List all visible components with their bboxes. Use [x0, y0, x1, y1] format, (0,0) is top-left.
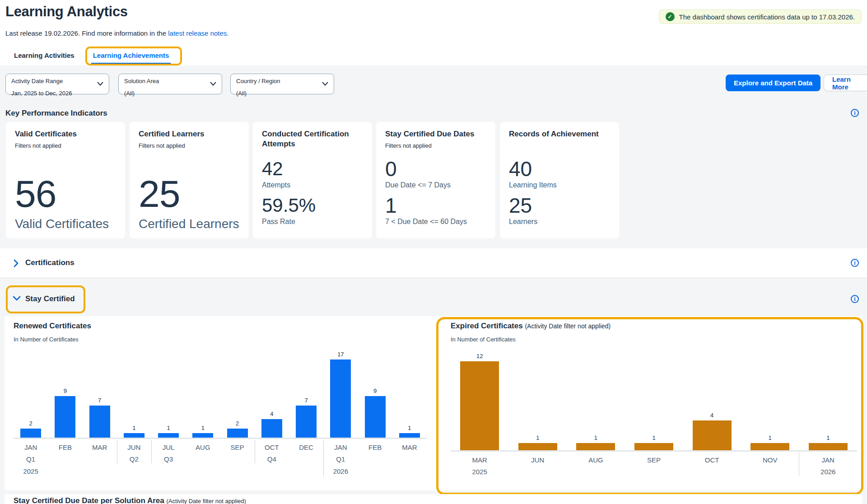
kpi-value: 56 — [15, 174, 120, 213]
axis-year-label — [48, 467, 82, 476]
bar[interactable] — [296, 406, 317, 438]
release-note-text: Last release 19.02.2026. Find more infor… — [5, 29, 168, 37]
bar-value-label: 2 — [236, 420, 239, 427]
axis-quarter-label — [358, 455, 392, 463]
kpi-card-stay-certified-due-dates: Stay Certified Due Dates Filters not app… — [376, 122, 495, 238]
learn-more-button[interactable]: Learn More — [824, 75, 867, 91]
axis-quarter-label: Q2 — [117, 455, 151, 463]
kpi-value-label: Attempts — [262, 181, 367, 189]
kpi-card-title: Records of Achievement — [509, 129, 610, 139]
bar[interactable] — [55, 396, 75, 438]
section-stay-certified-toggle[interactable]: Stay Certified i — [0, 291, 867, 308]
axis-year-label — [289, 467, 323, 476]
bar-slot: 1 — [186, 425, 220, 438]
bar[interactable] — [750, 443, 789, 450]
bar[interactable] — [192, 433, 213, 438]
axis-year-label — [741, 468, 799, 476]
bar-slot: 1 — [625, 434, 683, 450]
axis-label-slot: MAR — [83, 439, 117, 476]
filter-label: Activity Date Range — [11, 78, 95, 84]
bar[interactable] — [227, 429, 248, 438]
chevron-down-icon — [97, 82, 103, 86]
axis-month-label: JUL — [151, 443, 186, 451]
explore-and-export-button[interactable]: Explore and Export Data — [726, 75, 820, 91]
bar[interactable] — [365, 396, 386, 438]
kpi-value: 40 — [509, 158, 614, 180]
bar[interactable] — [634, 443, 673, 450]
bar[interactable] — [809, 443, 848, 450]
bar[interactable] — [518, 443, 557, 450]
axis-label-slot: JUN — [509, 452, 567, 476]
section-label: Certifications — [25, 258, 75, 267]
kpi-card-metrics: 40 Learning Items 25 Learners — [509, 158, 614, 231]
page-title: Learning Analytics — [5, 4, 128, 20]
bar[interactable] — [20, 429, 41, 438]
bar-slot: 4 — [683, 412, 741, 450]
chevron-down-icon — [13, 296, 21, 301]
tab-strip: Learning Activities Learning Achievement… — [12, 51, 171, 64]
bar[interactable] — [576, 443, 615, 450]
axis-month-label: DEC — [289, 443, 323, 451]
chevron-right-icon — [14, 259, 19, 267]
axis-month-label: SEP — [220, 443, 255, 451]
axis-label-slot: JAN2026 — [799, 452, 857, 476]
axis-quarter-label: Q1 — [323, 455, 358, 463]
bar[interactable] — [693, 420, 732, 450]
bar[interactable] — [124, 433, 144, 438]
filter-label: Solution Area — [124, 78, 208, 84]
axis-year-label — [509, 468, 567, 476]
axis-month-label: JAN — [323, 443, 358, 451]
bar-slot: 2 — [14, 420, 48, 438]
solution-area-dropdown[interactable]: Solution Area (All) — [118, 74, 222, 94]
bar-value-label: 1 — [167, 425, 170, 431]
bar-value-label: 9 — [64, 387, 67, 394]
bar[interactable] — [330, 359, 351, 438]
tab-learning-achievements[interactable]: Learning Achievements — [91, 51, 171, 64]
bar-value-label: 1 — [536, 434, 539, 441]
axis-label-slot: MAR — [392, 439, 427, 476]
axis-year-label — [567, 468, 625, 476]
release-notes-link[interactable]: latest release notes. — [168, 29, 228, 37]
axis-year-label — [683, 468, 741, 476]
bar[interactable] — [460, 361, 499, 450]
kpi-card-certified-learners: Certified Learners Filters not applied 2… — [130, 122, 249, 238]
axis-label-slot: JULQ3 — [151, 439, 186, 476]
chart-unit-label: In Number of Certificates — [14, 336, 79, 343]
bar-value-label: 1 — [594, 434, 597, 441]
stay-certified-info-icon[interactable]: i — [851, 295, 859, 303]
axis-quarter-label: Q1 — [14, 455, 48, 463]
bar-slot: 1 — [799, 434, 857, 450]
certifications-info-icon[interactable]: i — [851, 259, 859, 267]
panel-title-note: (Activity Date filter not applied) — [167, 498, 246, 504]
axis-label-slot: NOV — [741, 452, 799, 476]
axis-year-label — [83, 467, 117, 476]
kpi-card-title: Valid Certificates — [15, 129, 116, 139]
axis-month-label: FEB — [358, 443, 392, 451]
axis-month-label: OCT — [683, 456, 741, 464]
kpi-info-icon[interactable]: i — [851, 109, 859, 117]
filter-value: (All) — [236, 90, 320, 97]
bar[interactable] — [89, 406, 110, 438]
bar-value-label: 1 — [408, 425, 411, 431]
country-region-dropdown[interactable]: Country / Region (All) — [230, 74, 334, 94]
bar[interactable] — [158, 433, 179, 438]
axis-label-slot: MAR2025 — [451, 452, 509, 476]
axis-year-label — [255, 467, 289, 476]
kpi-heading: Key Performance Indicators — [5, 109, 107, 118]
bar-slot: 1 — [509, 434, 567, 450]
bar-value-label: 1 — [652, 434, 655, 441]
activity-date-range-dropdown[interactable]: Activity Date Range Jan, 2025 to Dec, 20… — [5, 74, 109, 94]
bar[interactable] — [399, 433, 420, 438]
axis-year-label — [151, 467, 186, 476]
tab-learning-activities[interactable]: Learning Activities — [12, 51, 76, 64]
axis-quarter-label — [48, 455, 82, 463]
axis-year-label: 2025 — [451, 468, 509, 476]
section-certifications-toggle[interactable]: Certifications i — [0, 248, 867, 278]
panel-title: Stay Certified Due Date per Solution Are… — [14, 496, 246, 504]
bar[interactable] — [261, 419, 282, 438]
axis-group-separator — [255, 440, 255, 463]
axis-quarter-label — [392, 455, 427, 463]
axis-month-label: OCT — [255, 443, 289, 451]
bar-value-label: 9 — [373, 387, 377, 394]
axis-group-separator — [151, 440, 152, 463]
